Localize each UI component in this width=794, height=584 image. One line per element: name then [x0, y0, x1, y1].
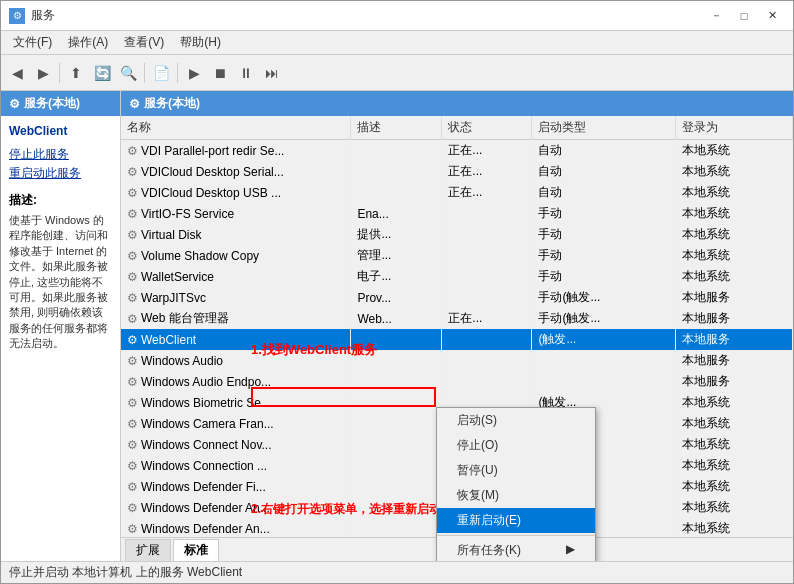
main-area: ⚙ 服务(本地) WebClient 停止此服务 重启动此服务 描述: 使基于 … — [1, 91, 793, 561]
window-controls: － □ ✕ — [703, 6, 785, 26]
close-button[interactable]: ✕ — [759, 6, 785, 26]
service-startup-cell — [532, 371, 676, 392]
service-name-cell: ⚙Windows Biometric Se... — [121, 392, 351, 413]
description-section: 描述: 使基于 Windows 的程序能创建、访问和修改基于 Internet … — [9, 192, 112, 352]
service-desc-cell — [351, 350, 442, 371]
toolbar-separator-3 — [177, 63, 178, 83]
context-stop[interactable]: 停止(O) — [437, 433, 595, 458]
service-desc-cell: Web... — [351, 308, 442, 329]
table-row[interactable]: ⚙VDICloud Desktop USB ...正在...自动本地系统 — [121, 182, 793, 203]
context-restart[interactable]: 重新启动(E) — [437, 508, 595, 533]
maximize-button[interactable]: □ — [731, 6, 757, 26]
refresh-button[interactable]: 🔄 — [90, 61, 114, 85]
stop-button[interactable]: ⏹ — [208, 61, 232, 85]
service-desc-cell: Ena... — [351, 203, 442, 224]
service-desc-cell — [351, 476, 442, 497]
app-icon: ⚙ — [9, 8, 25, 24]
col-name[interactable]: 名称 — [121, 116, 351, 140]
context-all-tasks[interactable]: 所有任务(K) — [437, 538, 595, 561]
restart-button[interactable]: ⏭ — [260, 61, 284, 85]
context-sep-1 — [437, 535, 595, 536]
service-login-cell: 本地系统 — [676, 224, 793, 245]
table-row[interactable]: ⚙WalletService电子...手动本地系统 — [121, 266, 793, 287]
service-name-cell: ⚙Volume Shadow Copy — [121, 245, 351, 266]
table-row[interactable]: ⚙VDICloud Desktop Serial...正在...自动本地系统 — [121, 161, 793, 182]
title-bar: ⚙ 服务 － □ ✕ — [1, 1, 793, 31]
service-login-cell: 本地服务 — [676, 287, 793, 308]
menu-bar: 文件(F) 操作(A) 查看(V) 帮助(H) — [1, 31, 793, 55]
service-status-cell: 正在... — [442, 308, 532, 329]
table-row[interactable]: ⚙WebClient(触发...本地服务 — [121, 329, 793, 350]
menu-view[interactable]: 查看(V) — [116, 32, 172, 53]
service-desc-cell — [351, 455, 442, 476]
up-button[interactable]: ⬆ — [64, 61, 88, 85]
service-name-cell: ⚙Windows Connection ... — [121, 455, 351, 476]
context-resume[interactable]: 恢复(M) — [437, 483, 595, 508]
service-status-cell — [442, 329, 532, 350]
service-login-cell: 本地服务 — [676, 350, 793, 371]
toolbar: ◀ ▶ ⬆ 🔄 🔍 📄 ▶ ⏹ ⏸ ⏭ — [1, 55, 793, 91]
service-login-cell: 本地系统 — [676, 266, 793, 287]
service-name-cell: ⚙VDI Parallel-port redir Se... — [121, 140, 351, 162]
stop-service-link[interactable]: 停止此服务 — [9, 146, 112, 163]
table-row[interactable]: ⚙Virtual Disk提供...手动本地系统 — [121, 224, 793, 245]
service-status-cell — [442, 224, 532, 245]
table-row[interactable]: ⚙Windows Audio本地服务 — [121, 350, 793, 371]
back-button[interactable]: ◀ — [5, 61, 29, 85]
export-button[interactable]: 📄 — [149, 61, 173, 85]
left-panel-content: WebClient 停止此服务 重启动此服务 描述: 使基于 Windows 的… — [1, 116, 120, 561]
service-login-cell: 本地系统 — [676, 161, 793, 182]
service-desc-cell: Prov... — [351, 287, 442, 308]
service-startup-cell: 自动 — [532, 161, 676, 182]
play-button[interactable]: ▶ — [182, 61, 206, 85]
window-title: 服务 — [31, 7, 55, 24]
table-row[interactable]: ⚙Web 能台管理器Web...正在...手动(触发...本地服务 — [121, 308, 793, 329]
service-name-cell: ⚙Windows Defender An... — [121, 497, 351, 518]
service-startup-cell: 手动 — [532, 245, 676, 266]
col-login[interactable]: 登录为 — [676, 116, 793, 140]
status-bar: 停止并启动 本地计算机 上的服务 WebClient — [1, 561, 793, 583]
service-status-cell: 正在... — [442, 140, 532, 162]
forward-button[interactable]: ▶ — [31, 61, 55, 85]
right-panel-icon: ⚙ — [129, 97, 140, 111]
left-panel-header: ⚙ 服务(本地) — [1, 91, 120, 116]
desc-text: 使基于 Windows 的程序能创建、访问和修改基于 Internet 的文件。… — [9, 213, 112, 352]
service-login-cell: 本地系统 — [676, 392, 793, 413]
service-login-cell: 本地系统 — [676, 413, 793, 434]
table-row[interactable]: ⚙VirtIO-FS ServiceEna...手动本地系统 — [121, 203, 793, 224]
service-login-cell: 本地系统 — [676, 203, 793, 224]
service-startup-cell: 手动 — [532, 203, 676, 224]
col-startup[interactable]: 启动类型 — [532, 116, 676, 140]
service-status-cell — [442, 266, 532, 287]
table-row[interactable]: ⚙Volume Shadow Copy管理...手动本地系统 — [121, 245, 793, 266]
service-startup-cell: 手动 — [532, 266, 676, 287]
service-name-cell: ⚙Windows Audio Endpo... — [121, 371, 351, 392]
table-row[interactable]: ⚙VDI Parallel-port redir Se...正在...自动本地系… — [121, 140, 793, 162]
service-name-cell: ⚙VDICloud Desktop Serial... — [121, 161, 351, 182]
context-pause[interactable]: 暂停(U) — [437, 458, 595, 483]
tab-standard[interactable]: 标准 — [173, 539, 219, 561]
table-row[interactable]: ⚙Windows Audio Endpo...本地服务 — [121, 371, 793, 392]
pause-button[interactable]: ⏸ — [234, 61, 258, 85]
tab-expand[interactable]: 扩展 — [125, 539, 171, 561]
toolbar-separator-1 — [59, 63, 60, 83]
selected-service-name: WebClient — [9, 124, 112, 138]
restart-service-link[interactable]: 重启动此服务 — [9, 165, 112, 182]
menu-action[interactable]: 操作(A) — [60, 32, 116, 53]
col-status[interactable]: 状态 — [442, 116, 532, 140]
minimize-button[interactable]: － — [703, 6, 729, 26]
service-desc-cell: 管理... — [351, 245, 442, 266]
table-row[interactable]: ⚙WarpJITSvcProv...手动(触发...本地服务 — [121, 287, 793, 308]
service-startup-cell: 手动(触发... — [532, 287, 676, 308]
left-panel-icon: ⚙ — [9, 97, 20, 111]
menu-help[interactable]: 帮助(H) — [172, 32, 229, 53]
service-login-cell: 本地服务 — [676, 371, 793, 392]
context-start[interactable]: 启动(S) — [437, 408, 595, 433]
service-desc-cell — [351, 161, 442, 182]
service-startup-cell: 手动 — [532, 224, 676, 245]
service-desc-cell — [351, 434, 442, 455]
col-desc[interactable]: 描述 — [351, 116, 442, 140]
service-desc-cell — [351, 329, 442, 350]
menu-file[interactable]: 文件(F) — [5, 32, 60, 53]
search-button[interactable]: 🔍 — [116, 61, 140, 85]
